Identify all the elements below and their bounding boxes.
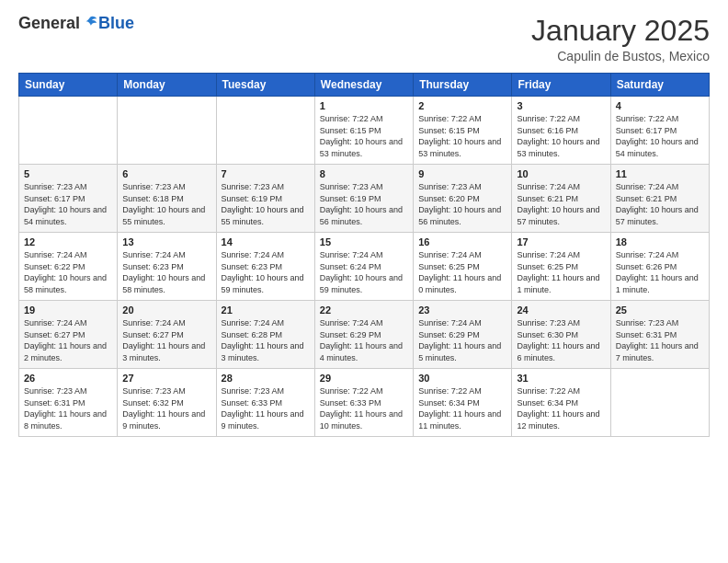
weekday-header-row: Sunday Monday Tuesday Wednesday Thursday… xyxy=(19,74,710,97)
day-number: 9 xyxy=(418,168,506,179)
day-info: Sunrise: 7:24 AMSunset: 6:29 PMDaylight:… xyxy=(320,317,408,363)
day-cell: 9Sunrise: 7:23 AMSunset: 6:20 PMDaylight… xyxy=(414,165,512,233)
day-number: 14 xyxy=(222,236,310,247)
week-row-1: 5Sunrise: 7:23 AMSunset: 6:17 PMDaylight… xyxy=(19,165,710,233)
header-friday: Friday xyxy=(512,74,610,97)
day-cell xyxy=(118,97,216,165)
day-info: Sunrise: 7:24 AMSunset: 6:21 PMDaylight:… xyxy=(616,181,704,227)
day-number: 24 xyxy=(517,304,605,316)
day-cell xyxy=(19,97,118,165)
day-cell: 25Sunrise: 7:23 AMSunset: 6:31 PMDayligh… xyxy=(610,301,709,369)
day-cell: 17Sunrise: 7:24 AMSunset: 6:25 PMDayligh… xyxy=(512,233,610,301)
day-info: Sunrise: 7:23 AMSunset: 6:20 PMDaylight:… xyxy=(418,181,506,227)
day-number: 1 xyxy=(320,100,408,111)
day-number: 16 xyxy=(418,236,506,247)
day-cell: 15Sunrise: 7:24 AMSunset: 6:24 PMDayligh… xyxy=(314,233,413,301)
day-cell: 5Sunrise: 7:23 AMSunset: 6:17 PMDaylight… xyxy=(19,165,118,233)
day-number: 27 xyxy=(122,373,210,384)
day-cell: 11Sunrise: 7:24 AMSunset: 6:21 PMDayligh… xyxy=(610,165,709,233)
week-row-0: 1Sunrise: 7:22 AMSunset: 6:15 PMDaylight… xyxy=(19,97,710,165)
day-cell: 21Sunrise: 7:24 AMSunset: 6:28 PMDayligh… xyxy=(216,301,314,369)
day-info: Sunrise: 7:24 AMSunset: 6:25 PMDaylight:… xyxy=(517,249,605,295)
week-row-4: 26Sunrise: 7:23 AMSunset: 6:31 PMDayligh… xyxy=(19,369,710,437)
day-cell: 29Sunrise: 7:22 AMSunset: 6:33 PMDayligh… xyxy=(314,369,413,437)
header-tuesday: Tuesday xyxy=(216,74,314,97)
day-cell: 7Sunrise: 7:23 AMSunset: 6:19 PMDaylight… xyxy=(216,165,314,233)
day-info: Sunrise: 7:22 AMSunset: 6:16 PMDaylight:… xyxy=(517,113,605,159)
day-cell: 24Sunrise: 7:23 AMSunset: 6:30 PMDayligh… xyxy=(512,301,610,369)
page: General Blue January 2025 Capulin de Bus… xyxy=(0,0,728,563)
day-cell: 4Sunrise: 7:22 AMSunset: 6:17 PMDaylight… xyxy=(610,97,709,165)
day-cell: 28Sunrise: 7:23 AMSunset: 6:33 PMDayligh… xyxy=(216,369,314,437)
day-number: 22 xyxy=(320,304,408,316)
header-sunday: Sunday xyxy=(19,74,118,97)
day-cell: 19Sunrise: 7:24 AMSunset: 6:27 PMDayligh… xyxy=(19,301,118,369)
day-cell: 2Sunrise: 7:22 AMSunset: 6:15 PMDaylight… xyxy=(414,97,512,165)
logo-blue: Blue xyxy=(98,15,134,31)
day-cell: 16Sunrise: 7:24 AMSunset: 6:25 PMDayligh… xyxy=(414,233,512,301)
calendar-table: Sunday Monday Tuesday Wednesday Thursday… xyxy=(18,73,710,437)
day-cell: 13Sunrise: 7:24 AMSunset: 6:23 PMDayligh… xyxy=(118,233,216,301)
day-cell: 30Sunrise: 7:22 AMSunset: 6:34 PMDayligh… xyxy=(414,369,512,437)
day-number: 11 xyxy=(616,168,704,179)
logo-text: General Blue xyxy=(18,15,134,31)
header-wednesday: Wednesday xyxy=(314,74,413,97)
logo-general: General xyxy=(18,15,80,31)
day-number: 2 xyxy=(418,100,506,111)
day-number: 10 xyxy=(517,168,605,179)
day-number: 3 xyxy=(517,100,605,111)
day-info: Sunrise: 7:24 AMSunset: 6:23 PMDaylight:… xyxy=(122,249,210,295)
day-cell: 3Sunrise: 7:22 AMSunset: 6:16 PMDaylight… xyxy=(512,97,610,165)
day-info: Sunrise: 7:24 AMSunset: 6:21 PMDaylight:… xyxy=(517,181,605,227)
day-number: 12 xyxy=(24,236,112,247)
day-info: Sunrise: 7:22 AMSunset: 6:15 PMDaylight:… xyxy=(418,113,506,159)
day-info: Sunrise: 7:22 AMSunset: 6:34 PMDaylight:… xyxy=(418,385,506,431)
logo-bird-icon xyxy=(82,15,98,31)
day-cell: 8Sunrise: 7:23 AMSunset: 6:19 PMDaylight… xyxy=(314,165,413,233)
title-block: January 2025 Capulin de Bustos, Mexico xyxy=(531,15,710,63)
day-info: Sunrise: 7:23 AMSunset: 6:31 PMDaylight:… xyxy=(24,385,112,431)
day-info: Sunrise: 7:22 AMSunset: 6:33 PMDaylight:… xyxy=(320,385,408,431)
day-cell xyxy=(610,369,709,437)
day-info: Sunrise: 7:23 AMSunset: 6:32 PMDaylight:… xyxy=(122,385,210,431)
day-number: 18 xyxy=(616,236,704,247)
day-info: Sunrise: 7:24 AMSunset: 6:28 PMDaylight:… xyxy=(222,317,310,363)
day-info: Sunrise: 7:24 AMSunset: 6:27 PMDaylight:… xyxy=(122,317,210,363)
week-row-3: 19Sunrise: 7:24 AMSunset: 6:27 PMDayligh… xyxy=(19,301,710,369)
day-cell: 20Sunrise: 7:24 AMSunset: 6:27 PMDayligh… xyxy=(118,301,216,369)
day-cell: 14Sunrise: 7:24 AMSunset: 6:23 PMDayligh… xyxy=(216,233,314,301)
day-info: Sunrise: 7:23 AMSunset: 6:17 PMDaylight:… xyxy=(24,181,112,227)
day-number: 29 xyxy=(320,373,408,384)
week-row-2: 12Sunrise: 7:24 AMSunset: 6:22 PMDayligh… xyxy=(19,233,710,301)
day-cell: 12Sunrise: 7:24 AMSunset: 6:22 PMDayligh… xyxy=(19,233,118,301)
day-info: Sunrise: 7:22 AMSunset: 6:34 PMDaylight:… xyxy=(517,385,605,431)
day-info: Sunrise: 7:24 AMSunset: 6:26 PMDaylight:… xyxy=(616,249,704,295)
header-saturday: Saturday xyxy=(610,74,709,97)
day-info: Sunrise: 7:24 AMSunset: 6:23 PMDaylight:… xyxy=(222,249,310,295)
day-number: 5 xyxy=(24,168,112,179)
calendar-title: January 2025 xyxy=(531,15,710,47)
day-info: Sunrise: 7:24 AMSunset: 6:22 PMDaylight:… xyxy=(24,249,112,295)
day-number: 19 xyxy=(24,304,112,316)
day-cell: 18Sunrise: 7:24 AMSunset: 6:26 PMDayligh… xyxy=(610,233,709,301)
day-info: Sunrise: 7:24 AMSunset: 6:25 PMDaylight:… xyxy=(418,249,506,295)
header-thursday: Thursday xyxy=(414,74,512,97)
day-info: Sunrise: 7:23 AMSunset: 6:33 PMDaylight:… xyxy=(222,385,310,431)
day-info: Sunrise: 7:24 AMSunset: 6:27 PMDaylight:… xyxy=(24,317,112,363)
day-number: 15 xyxy=(320,236,408,247)
day-info: Sunrise: 7:24 AMSunset: 6:29 PMDaylight:… xyxy=(418,317,506,363)
day-info: Sunrise: 7:23 AMSunset: 6:18 PMDaylight:… xyxy=(122,181,210,227)
day-number: 30 xyxy=(418,373,506,384)
day-info: Sunrise: 7:24 AMSunset: 6:24 PMDaylight:… xyxy=(320,249,408,295)
day-cell: 22Sunrise: 7:24 AMSunset: 6:29 PMDayligh… xyxy=(314,301,413,369)
day-cell: 26Sunrise: 7:23 AMSunset: 6:31 PMDayligh… xyxy=(19,369,118,437)
day-info: Sunrise: 7:23 AMSunset: 6:19 PMDaylight:… xyxy=(222,181,310,227)
day-cell xyxy=(216,97,314,165)
day-number: 26 xyxy=(24,373,112,384)
day-cell: 1Sunrise: 7:22 AMSunset: 6:15 PMDaylight… xyxy=(314,97,413,165)
day-number: 8 xyxy=(320,168,408,179)
day-number: 4 xyxy=(616,100,704,111)
calendar-subtitle: Capulin de Bustos, Mexico xyxy=(531,49,710,63)
day-info: Sunrise: 7:23 AMSunset: 6:31 PMDaylight:… xyxy=(616,317,704,363)
day-number: 28 xyxy=(222,373,310,384)
